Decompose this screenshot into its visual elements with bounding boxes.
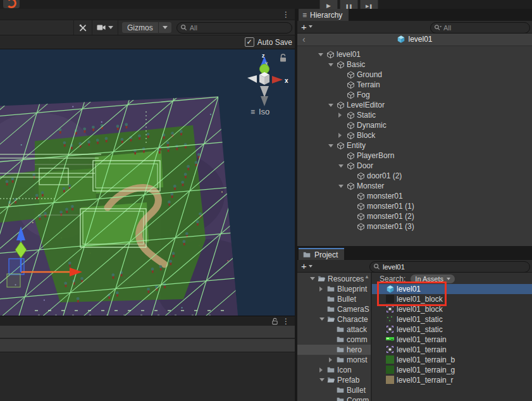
folder-item[interactable]: Blueprint bbox=[297, 284, 371, 294]
tree-item[interactable]: Fog bbox=[297, 90, 532, 100]
tree-item[interactable]: monster01 (3) bbox=[297, 221, 532, 231]
step-button[interactable]: ▶❚ bbox=[360, 0, 378, 9]
asset-result-row[interactable]: level01_static bbox=[372, 324, 532, 335]
tree-item[interactable]: LevelEditor bbox=[297, 100, 532, 110]
tree-item-label: monster01 (2) bbox=[367, 212, 414, 221]
scene-panel-menu-icon[interactable]: ⋮ bbox=[282, 11, 290, 18]
hierarchy-search-field[interactable] bbox=[430, 22, 530, 34]
asset-result-row[interactable]: level01_static bbox=[372, 314, 532, 324]
tree-item[interactable]: Door bbox=[297, 161, 532, 171]
hierarchy-tab-icon: ≡ bbox=[302, 11, 307, 20]
add-asset-button[interactable]: + bbox=[301, 261, 307, 271]
foldout-arrow[interactable] bbox=[328, 104, 337, 107]
scroll-up-icon[interactable]: ▲ bbox=[364, 275, 369, 280]
tree-item-label: door01 (2) bbox=[367, 171, 402, 180]
asset-icon-sprite bbox=[386, 305, 397, 313]
tree-item-label: Ground bbox=[357, 70, 382, 79]
folder-item[interactable]: hero bbox=[297, 345, 371, 355]
asset-result-row[interactable]: level01_terrain bbox=[372, 345, 532, 355]
tree-item[interactable]: Basic bbox=[297, 59, 532, 70]
asset-result-row[interactable]: level01_terrain bbox=[372, 335, 532, 345]
foldout-arrow[interactable] bbox=[328, 63, 337, 66]
unlock-icon[interactable] bbox=[271, 318, 278, 327]
folder-item[interactable]: CameraS bbox=[297, 304, 371, 314]
tree-item[interactable]: PlayerBorn bbox=[297, 151, 532, 161]
tools-button[interactable] bbox=[73, 20, 92, 35]
asset-result-row[interactable]: level01_terrain_b bbox=[372, 355, 532, 365]
tree-item[interactable]: Entity bbox=[297, 140, 532, 151]
gameobject-cube-icon bbox=[326, 51, 337, 59]
asset-result-row[interactable]: level01_terrain_g bbox=[372, 365, 532, 375]
project-search-input[interactable] bbox=[370, 263, 529, 271]
foldout-arrow[interactable] bbox=[329, 357, 336, 362]
project-search-field[interactable] bbox=[369, 261, 530, 273]
foldout-arrow[interactable] bbox=[319, 287, 326, 292]
breadcrumb-current[interactable]: level01 bbox=[408, 35, 432, 44]
scene-canvas[interactable]: z y x ≡ Iso bbox=[0, 49, 295, 316]
asset-result-row[interactable]: level01_block bbox=[372, 304, 532, 314]
back-arrow-icon[interactable]: ‹ bbox=[302, 35, 306, 44]
folder-item[interactable]: Bullet bbox=[297, 294, 371, 304]
autosave-bar: ✓ Auto Save bbox=[0, 35, 295, 49]
tree-item[interactable]: monster01 bbox=[297, 191, 532, 201]
tree-item[interactable]: monster01 (1) bbox=[297, 201, 532, 211]
folder-item[interactable]: comm bbox=[297, 335, 371, 345]
play-button[interactable]: ▶ bbox=[319, 0, 338, 9]
tree-item[interactable]: monster01 (2) bbox=[297, 211, 532, 221]
scene-search-field[interactable] bbox=[176, 22, 292, 34]
scene-camera-button[interactable] bbox=[92, 20, 118, 35]
collab-button[interactable] bbox=[3, 0, 20, 8]
tree-item[interactable]: Dynamic bbox=[297, 120, 532, 130]
tree-item[interactable]: Static bbox=[297, 110, 532, 120]
folder-item[interactable]: Resources bbox=[297, 274, 371, 284]
autosave-checkbox[interactable]: ✓ bbox=[245, 37, 254, 47]
tab-project[interactable]: Project bbox=[299, 248, 344, 260]
foldout-arrow[interactable] bbox=[319, 318, 326, 321]
chevron-down-icon bbox=[309, 265, 312, 268]
folder-label: hero bbox=[347, 345, 362, 354]
gizmos-dropdown[interactable]: Gizmos bbox=[122, 22, 171, 33]
folder-item[interactable]: attack bbox=[297, 324, 371, 335]
folder-item[interactable]: Icon bbox=[297, 365, 371, 375]
projection-label[interactable]: Iso bbox=[259, 107, 269, 116]
foldout-arrow[interactable] bbox=[310, 277, 317, 280]
tree-item[interactable]: Block bbox=[297, 130, 532, 140]
foldout-arrow[interactable] bbox=[338, 164, 347, 168]
foldout-arrow[interactable] bbox=[328, 144, 337, 147]
folder-item[interactable]: Characte bbox=[297, 314, 371, 324]
tree-item[interactable]: Terrain bbox=[297, 80, 532, 90]
foldout-arrow[interactable] bbox=[338, 113, 347, 118]
foldout-arrow[interactable] bbox=[319, 367, 326, 373]
hierarchy-search-input[interactable] bbox=[431, 24, 529, 32]
tree-item[interactable]: Ground bbox=[297, 70, 532, 80]
foldout-arrow[interactable] bbox=[318, 53, 326, 56]
bottom-panel-row[interactable] bbox=[0, 326, 295, 339]
gameobject-cube-icon bbox=[357, 223, 367, 231]
search-scope-dropdown[interactable]: In Assets bbox=[411, 275, 455, 283]
asset-result-row[interactable]: level01_terrain_r bbox=[372, 375, 532, 385]
foldout-arrow[interactable] bbox=[338, 133, 347, 138]
add-gameobject-button[interactable]: + bbox=[301, 22, 307, 32]
foldout-arrow[interactable] bbox=[319, 378, 326, 381]
move-gizmo-plane-yz[interactable] bbox=[7, 274, 20, 287]
folder-item[interactable]: Comm bbox=[297, 395, 371, 401]
tree-item[interactable]: Monster bbox=[297, 181, 532, 191]
scene-viewport[interactable]: z y x ≡ Iso bbox=[0, 49, 295, 316]
bottom-panel-menu-icon[interactable]: ⋮ bbox=[282, 318, 290, 325]
folder-item[interactable]: monst bbox=[297, 355, 371, 365]
tree-item-label: Block bbox=[357, 131, 375, 140]
pause-button[interactable]: ❚❚ bbox=[340, 0, 358, 9]
foldout-arrow[interactable] bbox=[338, 185, 347, 188]
asset-result-row[interactable]: level01_block bbox=[372, 294, 532, 304]
tree-item[interactable]: level01 bbox=[297, 49, 532, 59]
tree-item[interactable]: door01 (2) bbox=[297, 171, 532, 181]
folder-icon bbox=[336, 345, 347, 354]
tree-item-label: Entity bbox=[347, 141, 366, 150]
folder-item[interactable]: Prefab bbox=[297, 375, 371, 385]
asset-result-row[interactable]: level01 bbox=[372, 284, 532, 294]
folder-item[interactable]: Bullet bbox=[297, 385, 371, 395]
scene-search-input[interactable] bbox=[177, 24, 292, 32]
bottom-panel-row[interactable] bbox=[0, 339, 295, 352]
tab-hierarchy[interactable]: ≡ Hierarchy bbox=[299, 9, 349, 21]
chevron-down-icon bbox=[108, 26, 113, 29]
